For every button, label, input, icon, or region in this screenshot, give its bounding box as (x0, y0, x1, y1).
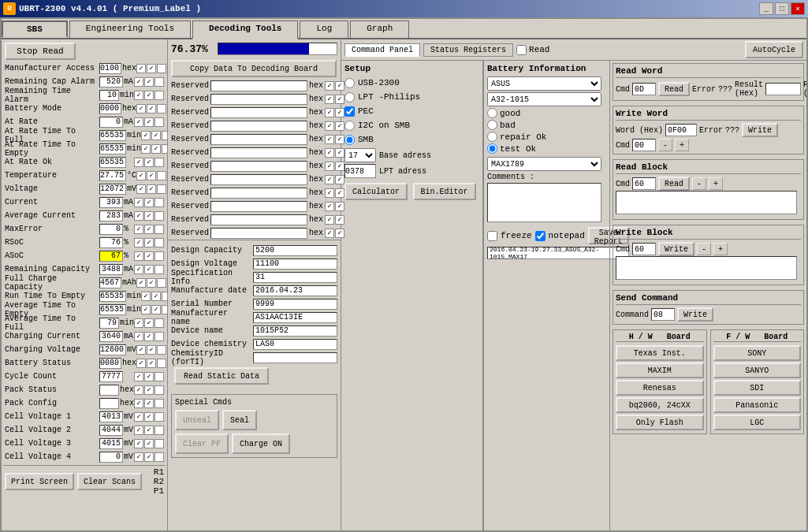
tab-sbs[interactable]: SBS (2, 20, 68, 38)
write-word-button[interactable]: Write (742, 123, 778, 137)
check-26-2[interactable] (155, 412, 164, 422)
check-23-1[interactable] (144, 372, 154, 381)
res-check-4-0[interactable] (325, 135, 334, 144)
check-2-2[interactable] (155, 91, 164, 100)
data-row-value-26[interactable]: 4013 (99, 411, 123, 422)
reserved-input-3[interactable] (210, 121, 307, 132)
res-check-1-0[interactable] (325, 95, 334, 104)
reserved-input-4[interactable] (210, 134, 307, 145)
reserved-input-0[interactable] (210, 80, 307, 91)
reserved-input-5[interactable] (210, 147, 307, 158)
check-25-0[interactable] (134, 399, 143, 408)
clear-pf-button[interactable]: Clear PF (175, 433, 229, 454)
maxim-button[interactable]: MAXIM (616, 363, 704, 378)
check-15-0[interactable] (134, 265, 143, 274)
check-6-2[interactable] (162, 144, 168, 154)
check-16-1[interactable] (147, 278, 156, 288)
check-5-1[interactable] (151, 131, 161, 140)
data-row-value-20[interactable]: 3640 (99, 331, 123, 342)
read-checkbox[interactable] (516, 45, 527, 55)
check-9-1[interactable] (147, 184, 156, 194)
data-row-value-27[interactable]: 4044 (99, 425, 123, 436)
res-check-7-0[interactable] (325, 175, 334, 184)
status-test-radio[interactable] (487, 143, 497, 154)
check-22-1[interactable] (147, 359, 156, 368)
data-row-value-0[interactable]: 0100 (99, 63, 121, 74)
data-row-value-23[interactable]: 7777 (99, 371, 123, 382)
check-10-2[interactable] (155, 198, 164, 207)
ww-cmd-input[interactable] (632, 139, 656, 151)
lpt-radio[interactable] (344, 92, 355, 102)
manufacturer-select[interactable]: ASUS (487, 76, 601, 91)
write-block-data[interactable] (616, 256, 797, 280)
rw-cmd-input[interactable] (632, 83, 656, 95)
data-row-value-22[interactable]: 0080 (99, 358, 121, 369)
check-6-0[interactable] (141, 144, 151, 154)
lgc-button[interactable]: LGC (713, 415, 802, 430)
check-3-1[interactable] (147, 104, 156, 113)
check-1-2[interactable] (155, 77, 164, 87)
only-flash-button[interactable]: Only Flash (616, 415, 704, 430)
res-check-9-0[interactable] (325, 202, 334, 211)
check-21-1[interactable] (147, 345, 156, 355)
tab-decoding[interactable]: Decoding Tools (192, 20, 298, 39)
check-18-1[interactable] (151, 305, 161, 314)
check-7-1[interactable] (144, 158, 154, 167)
reserved-input-2[interactable] (210, 107, 307, 118)
data-row-value-12[interactable]: 0 (99, 224, 123, 235)
check-29-1[interactable] (144, 452, 154, 462)
check-8-1[interactable] (147, 171, 156, 180)
base-addr-select[interactable]: 17 (344, 148, 376, 162)
data-row-value-2[interactable]: 10 (99, 90, 119, 101)
check-20-2[interactable] (155, 332, 164, 341)
check-2-0[interactable] (134, 91, 143, 100)
check-21-2[interactable] (157, 345, 166, 355)
data-row-value-19[interactable]: 79 (99, 318, 119, 329)
check-4-1[interactable] (144, 117, 154, 127)
check-27-0[interactable] (134, 426, 143, 435)
command-panel-tab[interactable]: Command Panel (344, 43, 420, 57)
check-14-0[interactable] (134, 251, 143, 261)
wb-plus-button[interactable]: + (713, 243, 728, 255)
check-0-1[interactable] (147, 64, 156, 73)
check-19-0[interactable] (134, 318, 143, 328)
freeze-checkbox[interactable] (487, 231, 497, 241)
reserved-input-7[interactable] (210, 174, 307, 185)
check-18-2[interactable] (162, 305, 168, 314)
check-27-1[interactable] (144, 426, 154, 435)
close-button[interactable]: ✕ (791, 2, 805, 15)
comments-area[interactable] (487, 183, 601, 222)
check-1-1[interactable] (144, 77, 154, 87)
data-row-value-24[interactable] (99, 385, 119, 396)
check-19-1[interactable] (144, 318, 154, 328)
check-14-1[interactable] (144, 251, 154, 261)
wb-minus-button[interactable]: - (697, 243, 711, 255)
check-8-2[interactable] (157, 171, 166, 180)
check-18-0[interactable] (141, 305, 151, 314)
sdi-button[interactable]: SDI (713, 380, 802, 396)
check-11-0[interactable] (134, 211, 143, 221)
check-26-1[interactable] (144, 412, 154, 422)
data-row-value-16[interactable]: 4567 (99, 277, 121, 288)
write-command-button[interactable]: Write (677, 307, 713, 322)
check-13-1[interactable] (144, 238, 154, 247)
reserved-input-6[interactable] (210, 161, 307, 172)
check-5-2[interactable] (162, 131, 168, 140)
bin-editor-button[interactable]: Bin.Editor (413, 183, 476, 200)
check-17-1[interactable] (151, 292, 161, 301)
sc-command-input[interactable] (651, 308, 675, 321)
wb-cmd-input[interactable] (632, 243, 656, 255)
print-screen-button[interactable]: Print Screen (5, 473, 74, 490)
minimize-button[interactable]: _ (759, 2, 773, 15)
check-13-2[interactable] (155, 238, 164, 247)
check-11-2[interactable] (155, 211, 164, 221)
res-check-6-0[interactable] (325, 162, 334, 171)
res-check-0-0[interactable] (325, 81, 334, 91)
data-row-value-10[interactable]: 393 (99, 197, 123, 208)
check-20-1[interactable] (144, 332, 154, 341)
check-29-0[interactable] (134, 452, 143, 462)
res-check-11-0[interactable] (325, 229, 334, 238)
check-20-0[interactable] (134, 332, 143, 341)
check-10-1[interactable] (144, 198, 154, 207)
data-row-value-29[interactable]: 0 (99, 452, 123, 463)
